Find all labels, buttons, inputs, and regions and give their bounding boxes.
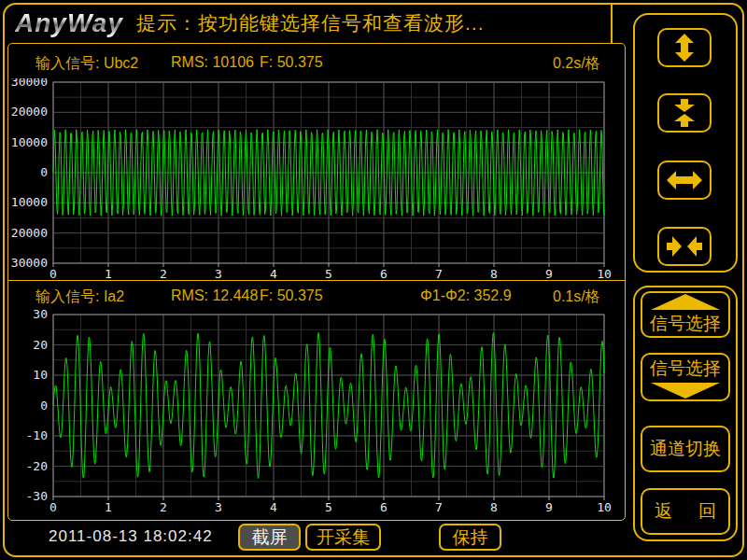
svg-text:4: 4 [270, 500, 277, 514]
anyway-logo: AnyWay [15, 8, 123, 38]
svg-text:-30: -30 [26, 489, 48, 503]
svg-text:-20000: -20000 [9, 226, 48, 240]
channel2-signal-label: 输入信号: Ia2 [35, 287, 124, 307]
svg-text:-10: -10 [26, 428, 48, 442]
triangle-up-icon [651, 294, 720, 310]
expand-horizontal-icon [666, 165, 703, 195]
channel2-rms-value: RMS: 12.448 [171, 287, 258, 304]
channel2-waveform-chart: 0123456789103020100-10-20-30 [9, 310, 626, 517]
svg-text:0: 0 [40, 399, 48, 413]
analyzer-screen: AnyWay 提示：按功能键选择信号和查看波形... 输入信号: Ubc2 RM… [0, 0, 747, 560]
svg-text:3: 3 [215, 267, 222, 280]
svg-text:9: 9 [545, 267, 553, 280]
svg-text:0: 0 [49, 267, 57, 280]
svg-text:0: 0 [49, 500, 57, 514]
horizontal-compress-button[interactable] [657, 227, 712, 266]
svg-text:10: 10 [597, 267, 612, 280]
signal-select-down-label: 信号选择 [650, 357, 721, 381]
svg-text:30000: 30000 [11, 78, 48, 89]
expand-vertical-icon [666, 33, 703, 63]
svg-text:7: 7 [435, 500, 443, 514]
channel1-signal-label: 输入信号: Ubc2 [35, 54, 138, 74]
hold-button[interactable]: 保持 [439, 524, 501, 551]
svg-text:-30000: -30000 [9, 256, 48, 270]
svg-text:10: 10 [33, 368, 48, 382]
signal-select-down-button[interactable]: 信号选择 [641, 353, 730, 401]
channel1-rms-value: RMS: 10106 [171, 54, 254, 71]
svg-text:2: 2 [160, 267, 167, 280]
channel1-waveform-chart: 0123456789103000020000100000-10000-20000… [9, 78, 626, 280]
svg-text:0: 0 [40, 165, 48, 179]
svg-text:8: 8 [490, 267, 498, 280]
svg-text:30: 30 [33, 310, 48, 321]
channel1-frequency-value: F: 50.375 [260, 54, 323, 71]
svg-text:6: 6 [380, 500, 388, 514]
start-acquisition-button[interactable]: 开采集 [305, 524, 381, 551]
channel2-header: 输入信号: Ia2 RMS: 12.448 F: 50.375 Φ1-Φ2: 3… [9, 287, 624, 310]
svg-text:-20: -20 [26, 459, 48, 473]
svg-text:10: 10 [597, 500, 612, 514]
triangle-down-icon [651, 383, 720, 399]
svg-text:20000: 20000 [11, 105, 48, 119]
back-button[interactable]: 返 回 [641, 488, 730, 535]
svg-text:1: 1 [105, 267, 112, 280]
tip-message: 提示：按功能键选择信号和查看波形... [136, 10, 485, 36]
back-label-left: 返 [655, 499, 672, 524]
channel-switch-label: 通道切换 [650, 437, 721, 461]
panel-divider [7, 280, 626, 281]
svg-text:6: 6 [380, 267, 388, 280]
function-button-group: 信号选择 信号选择 通道切换 返 回 [633, 286, 738, 541]
svg-text:10000: 10000 [11, 135, 48, 149]
vertical-expand-button[interactable] [657, 28, 712, 67]
compress-vertical-icon [666, 98, 703, 128]
svg-text:-10000: -10000 [9, 195, 48, 209]
svg-text:8: 8 [490, 500, 498, 514]
svg-text:5: 5 [325, 500, 332, 514]
horizontal-expand-button[interactable] [657, 161, 712, 200]
svg-text:3: 3 [215, 500, 222, 514]
back-label-right: 回 [698, 499, 716, 524]
datetime-display: 2011-08-13 18:02:42 [49, 527, 213, 546]
signal-select-up-button[interactable]: 信号选择 [641, 291, 730, 338]
channel2-phase-diff-value: Φ1-Φ2: 352.9 [420, 287, 512, 304]
svg-text:2: 2 [160, 500, 167, 514]
compress-horizontal-icon [666, 231, 703, 261]
screenshot-button[interactable]: 截屏 [238, 524, 301, 551]
channel2-frequency-value: F: 50.375 [260, 287, 323, 304]
svg-text:7: 7 [435, 267, 443, 280]
channel1-timebase: 0.2s/格 [553, 54, 600, 74]
channel1-header: 输入信号: Ubc2 RMS: 10106 F: 50.375 0.2s/格 [9, 54, 624, 77]
svg-text:1: 1 [105, 500, 112, 514]
signal-select-up-label: 信号选择 [650, 312, 721, 336]
svg-text:9: 9 [545, 500, 553, 514]
title-bar: AnyWay 提示：按功能键选择信号和查看波形... [4, 4, 613, 43]
vertical-compress-button[interactable] [657, 93, 712, 133]
svg-text:20: 20 [33, 338, 48, 352]
zoom-button-group [633, 13, 738, 273]
channel2-timebase: 0.1s/格 [553, 287, 600, 307]
channel-switch-button[interactable]: 通道切换 [641, 426, 730, 472]
svg-text:4: 4 [270, 267, 277, 280]
svg-text:5: 5 [325, 267, 332, 280]
